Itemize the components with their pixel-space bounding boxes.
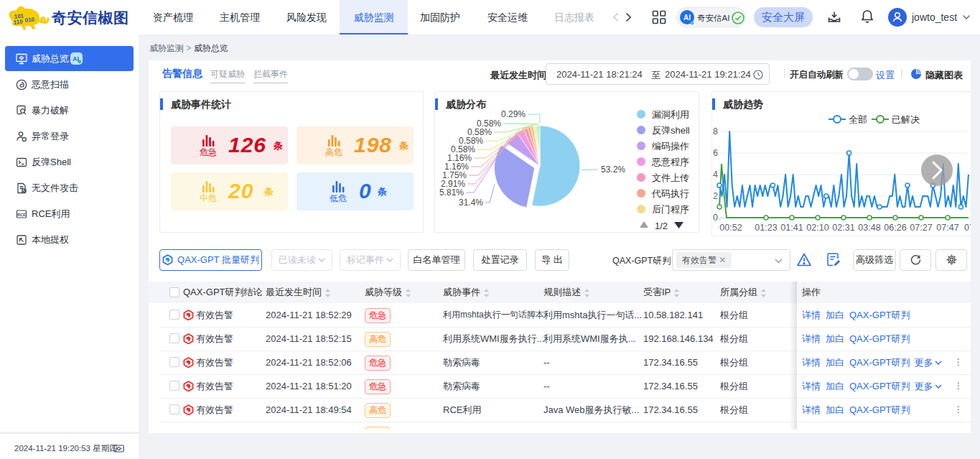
svg-text:反弹shell: 反弹shell [652, 125, 690, 136]
svg-text:5.81%: 5.81% [439, 187, 464, 198]
svg-text:漏洞利用: 漏洞利用 [652, 109, 689, 120]
svg-text:110: 110 [13, 19, 23, 26]
svg-text:6: 6 [713, 148, 718, 158]
svg-text:02:31: 02:31 [832, 223, 854, 233]
svg-text:00:52: 00:52 [719, 223, 742, 233]
svg-text:0: 0 [713, 213, 718, 223]
svg-text:文件上传: 文件上传 [652, 172, 689, 183]
svg-text:代码执行: 代码执行 [651, 188, 689, 199]
svg-text:编码操作: 编码操作 [652, 141, 689, 152]
svg-text:8: 8 [713, 126, 718, 136]
svg-text:后门程序: 后门程序 [652, 204, 689, 215]
svg-text:02:10: 02:10 [806, 223, 829, 233]
svg-text:AI: AI [683, 14, 691, 22]
svg-text:4: 4 [713, 170, 718, 180]
svg-text:01:23: 01:23 [755, 223, 777, 233]
svg-text:010: 010 [24, 17, 35, 24]
svg-text:01:41: 01:41 [780, 223, 803, 233]
svg-text:03:48: 03:48 [858, 223, 880, 233]
svg-text:恶意程序: 恶意程序 [651, 157, 689, 167]
svg-text:07:27: 07:27 [910, 223, 932, 233]
svg-text:06:26: 06:26 [884, 223, 906, 233]
svg-text:31.4%: 31.4% [459, 198, 483, 208]
svg-text:07: 07 [964, 223, 971, 233]
svg-text:53.2%: 53.2% [601, 164, 625, 175]
svg-text:RCE: RCE [17, 213, 26, 217]
svg-text:全部: 全部 [849, 114, 867, 125]
svg-text:07:47: 07:47 [936, 223, 958, 233]
svg-text:!: ! [24, 138, 24, 142]
svg-text:0.29%: 0.29% [501, 109, 526, 119]
svg-text:2: 2 [713, 191, 718, 201]
svg-text:1/2: 1/2 [655, 221, 668, 231]
svg-text:已解决: 已解决 [892, 114, 920, 125]
